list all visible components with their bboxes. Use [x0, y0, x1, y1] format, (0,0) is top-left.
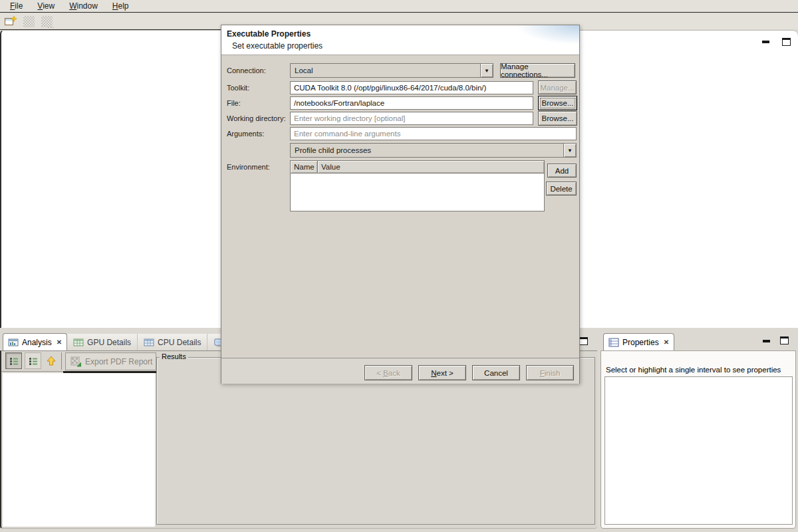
- maximize-icon[interactable]: [579, 337, 588, 345]
- menu-bar: File View Window Help: [0, 0, 798, 13]
- up-arrow-icon: [45, 355, 57, 367]
- connection-value: Local: [291, 66, 480, 74]
- export-pdf-report-button[interactable]: Export PDF Report: [65, 352, 156, 370]
- header-gradient-decor: [479, 25, 579, 53]
- up-level-button[interactable]: [43, 352, 59, 369]
- analysis-toolbar-line: [1, 371, 63, 372]
- next-button[interactable]: Next >: [418, 365, 466, 380]
- menu-window[interactable]: Window: [62, 0, 105, 13]
- chevron-down-icon[interactable]: ▼: [480, 64, 493, 77]
- working-directory-label: Working directory:: [227, 114, 285, 122]
- analysis-list-area[interactable]: [3, 373, 155, 527]
- tab-properties[interactable]: Properties ✕: [603, 333, 674, 350]
- profile-mode-select[interactable]: Profile child processes ▼: [290, 143, 577, 158]
- menu-file[interactable]: File: [3, 0, 30, 13]
- close-icon[interactable]: ✕: [55, 338, 62, 346]
- new-session-icon[interactable]: [4, 15, 17, 28]
- manage-toolkit-button[interactable]: Manage...: [538, 80, 577, 94]
- results-group-label: Results: [160, 352, 188, 360]
- file-label: File:: [227, 99, 241, 107]
- toolkit-input[interactable]: [290, 81, 533, 94]
- environment-table-body[interactable]: [291, 174, 544, 211]
- application-window: File View Window Help ...: [0, 0, 798, 532]
- maximize-icon[interactable]: [782, 38, 791, 46]
- export-pdf-icon: [70, 356, 81, 367]
- column-header-value[interactable]: Value: [318, 161, 544, 173]
- guided-analysis-button[interactable]: [5, 352, 22, 369]
- close-icon[interactable]: ✕: [662, 338, 669, 346]
- file-input[interactable]: [290, 96, 533, 110]
- menu-help[interactable]: Help: [105, 0, 136, 13]
- working-directory-input[interactable]: [290, 112, 533, 125]
- properties-panel: Properties ✕ Select or highlight a singl…: [600, 332, 796, 529]
- tab-label: Analysis: [22, 338, 52, 347]
- disabled-tool-icon-2[interactable]: ...: [40, 15, 53, 28]
- connection-label: Connection:: [227, 66, 266, 74]
- arguments-input[interactable]: [290, 127, 577, 140]
- environment-table-header: Name Value: [291, 161, 544, 174]
- browse-working-directory-button[interactable]: Browse...: [538, 111, 577, 126]
- environment-label: Environment:: [227, 163, 270, 171]
- environment-table: Name Value: [290, 160, 545, 211]
- tab-label: CPU Details: [158, 338, 201, 347]
- checker-icon: [23, 16, 35, 27]
- minimize-icon[interactable]: [763, 340, 770, 342]
- connection-select[interactable]: Local ▼: [290, 63, 493, 78]
- manage-connections-button[interactable]: Manage connections...: [500, 63, 575, 78]
- dialog-subtitle: Set executable properties: [232, 41, 323, 51]
- dialog-header: Executable Properties Set executable pro…: [221, 25, 579, 55]
- toolbar-divider: [61, 352, 62, 370]
- column-header-name[interactable]: Name: [291, 161, 318, 173]
- menu-view[interactable]: View: [30, 0, 62, 13]
- chevron-down-icon[interactable]: ▼: [563, 144, 576, 157]
- properties-content: Select or highlight a single interval to…: [600, 350, 796, 529]
- maximize-icon[interactable]: [780, 336, 789, 344]
- dialog-title: Executable Properties: [227, 29, 311, 39]
- list-icon: [28, 356, 39, 366]
- back-button[interactable]: < Back: [364, 365, 412, 380]
- browse-file-button[interactable]: Browse...: [538, 96, 577, 110]
- properties-message: Select or highlight a single interval to…: [606, 366, 781, 374]
- toolkit-label: Toolkit:: [227, 84, 249, 92]
- tab-analysis[interactable]: Analysis ✕: [3, 333, 67, 350]
- tab-label: GPU Details: [87, 338, 131, 347]
- tab-gpu-details[interactable]: GPU Details: [67, 334, 138, 350]
- analysis-icon: [8, 337, 19, 348]
- disabled-tool-icon-1[interactable]: [22, 15, 35, 28]
- arguments-label: Arguments:: [227, 130, 264, 138]
- delete-environment-button[interactable]: Delete: [546, 182, 577, 196]
- properties-detail-box[interactable]: [604, 376, 793, 525]
- add-environment-button[interactable]: Add: [547, 164, 577, 178]
- list-icon: [9, 356, 19, 366]
- finish-button[interactable]: Finish: [526, 365, 574, 380]
- minimize-icon[interactable]: [762, 41, 769, 43]
- ellipsis-decor: ...: [47, 23, 55, 29]
- executable-properties-dialog: Executable Properties Set executable pro…: [221, 25, 580, 384]
- cancel-button[interactable]: Cancel: [472, 365, 520, 380]
- properties-icon: [608, 337, 619, 348]
- cpu-details-icon: [144, 337, 154, 348]
- export-pdf-label: Export PDF Report: [85, 357, 152, 366]
- profile-mode-value: Profile child processes: [291, 146, 563, 154]
- unguided-analysis-button[interactable]: [25, 352, 41, 369]
- tab-label: Properties: [622, 338, 659, 347]
- gpu-details-icon: [73, 337, 84, 348]
- tab-cpu-details[interactable]: CPU Details: [138, 334, 207, 350]
